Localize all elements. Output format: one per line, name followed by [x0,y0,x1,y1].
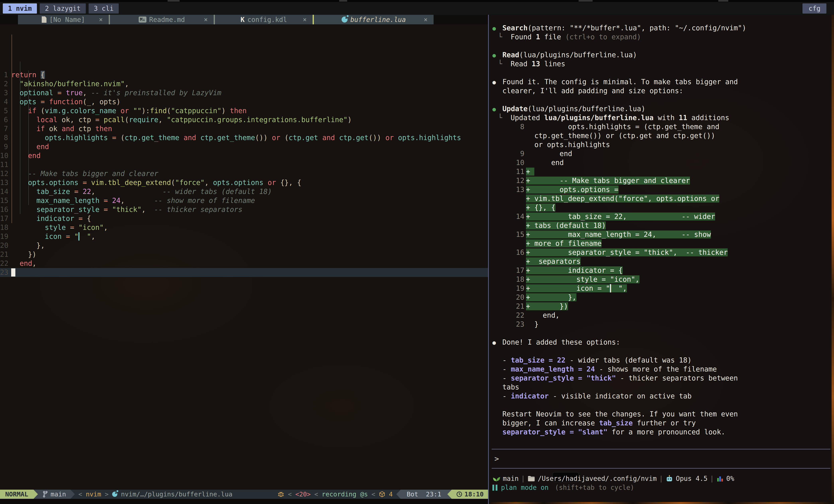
text-segment: Updated [510,114,544,122]
tmux-session-badge[interactable]: cfg [803,3,827,14]
diff-line-number: 9 [502,149,524,158]
diff-line-number: 13 [502,185,524,194]
code-token: or [263,179,276,187]
code-line[interactable]: 21 }) [0,250,488,259]
code-editor[interactable]: 1return {2 "akinsho/bufferline.nvim",3 o… [0,24,488,490]
code-token: ): [141,107,150,115]
diff-line-number: 14 [502,212,524,221]
buffer-tab[interactable]: [No Name]× [18,15,109,24]
close-icon[interactable]: × [204,16,208,23]
code-line[interactable]: 12 -- Make tabs bigger and clearer [0,169,488,178]
menubar-fragment [718,0,728,1]
code-line[interactable]: 6 local ok, ctp = pcall(require, "catppu… [0,115,488,124]
diff-row: 11+ [489,167,831,176]
git-branch-icon [42,491,48,498]
close-icon[interactable]: × [424,16,427,23]
diff-line-number: 22 [502,311,524,320]
line-text: local ok, ctp = pcall(require, "catppucc… [11,115,352,124]
code-line[interactable]: 3 optional = true, -- it's preinstalled … [0,88,488,97]
code-line[interactable]: 1return { [0,70,488,80]
tmux-window-list: 1 nvim2 lazygit3 cli [0,3,119,14]
tmux-window-tab[interactable]: 1 nvim [3,3,37,14]
code-token [394,134,398,142]
nvim-cmdline[interactable] [0,499,488,504]
code-line[interactable]: 18 style = "icon", [0,223,488,232]
diff-row: ctp.get_theme()) or (ctp.get and ctp.get… [489,131,831,140]
code-token [11,107,28,115]
code-token: or [267,134,280,142]
code-token: -- wider tabs (default 18) [95,188,272,196]
code-line[interactable]: 8 opts.highlights = (ctp.get_theme and c… [0,133,488,142]
code-line[interactable]: 23 [0,268,488,277]
code-token: , [91,233,95,240]
tmux-window-tab[interactable]: 2 lazygit [40,3,86,14]
search-count: <20> [295,490,311,498]
branch-name: main [51,490,66,498]
line-number: 1 [0,70,8,80]
line-number: 17 [0,214,8,223]
code-token [11,188,36,196]
diff-row: 23 } [489,320,831,329]
code-token [11,143,36,151]
code-token: "thick" [112,205,142,214]
assistant-text-row: Restart Neovim to see the changes. If yo… [489,410,831,419]
code-line[interactable]: 22 end, [0,259,488,268]
diff-added-text: + }, [526,293,576,301]
code-token [11,152,28,160]
code-token: if [36,125,45,133]
code-line[interactable]: 16 separator_style = "thick", -- thicker… [0,205,488,214]
diff-context-text: or opts.highlights [526,141,610,149]
code-line[interactable]: 20 }, [0,241,488,250]
prompt-input[interactable]: > [491,449,830,468]
code-line[interactable]: 10 end [0,151,488,160]
diff-row: 21+ }) [489,302,831,311]
diff-line-number: 17 [502,266,524,275]
code-token: }, [36,241,45,249]
diff-context-text: end [526,150,572,158]
code-line[interactable]: 11 [0,160,488,169]
code-token: ctp.get [339,134,369,142]
tmux-status-bar: 1 nvim2 lazygit3 cli cfg [0,2,834,15]
diff-row: 15+ max_name_length = 24, -- show [489,230,831,239]
code-token: function [49,98,83,106]
chevron-left-icon: < [372,490,375,498]
text-segment: - [502,356,511,364]
code-token: 22 [83,188,91,196]
code-line[interactable]: 2 "akinsho/bufferline.nvim", [0,80,488,88]
close-icon[interactable]: × [303,16,307,23]
diff-context-text: end, [526,311,559,319]
code-line[interactable]: 14 tab_size = 22, -- wider tabs (default… [0,187,488,196]
code-line[interactable]: 15 max_name_length = 24, -- show more of… [0,196,488,205]
buffer-tab[interactable]: bufferline.lua× [314,15,434,24]
code-line[interactable]: 9 end [0,142,488,151]
buffer-tab[interactable]: M↓Readme.md× [110,15,214,24]
diff-row: + more of filename [489,239,831,248]
code-line[interactable]: 7 if ok and ctp then [0,124,488,133]
kdl-icon: K [240,16,244,24]
code-token: ( [36,107,45,115]
close-icon[interactable]: × [99,16,103,23]
code-token: = [79,179,91,187]
text-segment: tabs [502,383,519,391]
code-line[interactable]: 4 opts = function(_, opts) [0,97,488,106]
tool-call-row: ●Update(lua/plugins/bufferline.lua) [489,104,831,113]
code-line[interactable]: 13 opts.options = vim.tbl_deep_extend("f… [0,178,488,187]
code-line[interactable]: 17 indicator = { [0,214,488,223]
text-segment: for a more pronounced look. [608,428,725,436]
code-token: -- Make tabs bigger and clearer [28,170,158,178]
text-segment: - visible indicator on active tab [549,392,692,400]
line-text: if (vim.g.colors_name or ""):find("catpp… [11,106,247,115]
diff-row: 19+ icon = "▎ ", [489,284,831,293]
buffer-tab[interactable]: Kconfig.kdl× [215,15,313,24]
tool-call-row: ●Search(pattern: "**/*buffer*.lua", path… [489,24,831,32]
chat-blank-row [489,68,831,78]
code-line[interactable]: 19 icon = "▎ ", [0,232,488,241]
context-percent: 0% [726,474,734,483]
code-token: require [129,116,158,124]
code-token: opts.highlights [398,134,461,142]
text-segment: - [502,365,511,373]
diff-added-text: + tab_size = 22, -- wider [526,213,715,220]
code-line[interactable]: 5 if (vim.g.colors_name or ""):find("cat… [0,106,488,115]
tmux-window-tab[interactable]: 3 cli [89,3,119,14]
code-token: -- thicker separators [146,205,242,214]
